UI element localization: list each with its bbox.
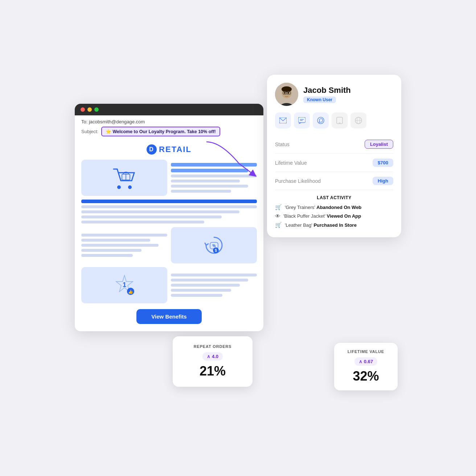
svg-point-17 <box>288 92 289 94</box>
trend-up-icon: ∧ <box>207 354 210 359</box>
text-line <box>81 200 257 203</box>
known-user-badge: Known User <box>303 97 336 103</box>
device-icon <box>336 117 343 124</box>
lifetime-value-percent: 32% <box>342 369 390 384</box>
svg-point-15 <box>282 86 292 92</box>
chat-icon <box>298 117 305 124</box>
lifetime-value-row: Lifetime Value $700 <box>275 154 393 172</box>
text-line <box>171 185 248 188</box>
cycle-svg: % $ <box>201 234 227 257</box>
email-subject-badge: ⭐ Welcome to Our Loyalty Program. Take 1… <box>101 127 220 136</box>
last-activity: LAST ACTIVITY 🛒 'Grey Trainers' Abandone… <box>275 195 393 228</box>
text-line <box>81 234 167 237</box>
profile-stats: Status Loyalist Lifetime Value $700 Purc… <box>275 135 393 190</box>
activity-text-3: 'Leather Bag' Purchased In Store <box>285 222 357 228</box>
avatar-svg <box>275 83 298 106</box>
text-line <box>171 274 257 276</box>
svg-rect-23 <box>298 117 305 123</box>
text-line <box>171 163 257 167</box>
svg-point-1 <box>128 185 132 189</box>
web-channel-button[interactable] <box>350 112 366 128</box>
repeat-orders-trend-value: 4.0 <box>212 354 218 359</box>
email-subject-label: Subject: <box>81 129 98 134</box>
cycle-image-block: % $ <box>171 227 257 263</box>
whatsapp-icon <box>317 117 324 124</box>
svg-point-26 <box>317 117 324 124</box>
email-panel: To: jacobsmith@dengage.com Subject: ⭐ We… <box>75 104 263 331</box>
email-text-block-3 <box>171 267 257 303</box>
text-line <box>171 175 257 177</box>
text-line <box>171 294 222 297</box>
web-icon <box>355 117 362 124</box>
text-line <box>171 289 231 292</box>
cart-image-block <box>81 160 167 196</box>
email-text-block-2 <box>81 227 167 263</box>
text-line <box>81 205 257 208</box>
text-line <box>81 244 159 247</box>
last-activity-title: LAST ACTIVITY <box>275 195 393 200</box>
reward-image-block: 1 👍 <box>81 267 167 303</box>
text-line <box>81 249 141 252</box>
purchase-value-badge: High <box>373 177 393 185</box>
profile-header: Jacob Smith Known User <box>275 83 393 106</box>
text-line <box>81 254 133 257</box>
window-minimize-dot <box>87 107 92 112</box>
lifetime-value-badge-row: ∧ 0.67 <box>342 357 390 366</box>
email-content-row-1 <box>81 160 257 196</box>
text-line <box>171 190 231 193</box>
svg-point-21 <box>286 94 287 95</box>
text-line <box>171 284 240 287</box>
device-channel-button[interactable] <box>332 112 348 128</box>
lifetime-value-badge: $700 <box>373 159 393 167</box>
lifetime-value-trend-badge: ∧ 0.67 <box>354 357 377 366</box>
text-line <box>81 239 150 242</box>
avatar <box>275 83 298 106</box>
text-line <box>171 169 248 172</box>
scene: To: jacobsmith@dengage.com Subject: ⭐ We… <box>75 75 401 401</box>
brand-logo: D RETAIL <box>81 144 257 155</box>
email-body: D RETAIL <box>75 140 263 331</box>
activity-item-2: 👁 'Black Puffer Jacket' Viewed On App <box>275 213 393 219</box>
svg-text:%: % <box>212 243 216 247</box>
lifetime-label: Lifetime Value <box>275 160 307 166</box>
medal-svg: 1 👍 <box>112 272 137 298</box>
chat-channel-button[interactable] <box>294 112 310 128</box>
email-text-middle <box>81 200 257 223</box>
window-maximize-dot <box>94 107 99 112</box>
view-benefits-button[interactable]: View Benefits <box>136 309 202 324</box>
channel-icons <box>275 112 393 128</box>
email-channel-button[interactable] <box>275 112 291 128</box>
email-content-row-2: % $ <box>81 227 257 263</box>
email-to: To: jacobsmith@dengage.com <box>81 119 257 124</box>
text-line <box>171 180 240 182</box>
svg-text:1: 1 <box>122 281 126 288</box>
repeat-orders-title: REPEAT ORDERS <box>183 344 242 349</box>
status-label: Status <box>275 141 290 147</box>
status-badge: Loyalist <box>365 140 393 149</box>
profile-name-block: Jacob Smith Known User <box>303 86 351 103</box>
activity-text-1: 'Grey Trainers' Abandoned On Web <box>285 205 361 210</box>
repeat-orders-badge-row: ∧ 4.0 <box>183 352 242 361</box>
text-line <box>81 216 222 218</box>
status-row: Status Loyalist <box>275 135 393 154</box>
activity-item-3: 🛒 'Leather Bag' Purchased In Store <box>275 222 393 228</box>
lifetime-value-card-title: LIFETIME VALUE <box>342 349 390 354</box>
window-close-dot <box>81 107 85 112</box>
cart-svg <box>112 166 137 190</box>
bag-icon: 🛒 <box>275 222 282 228</box>
activity-item-1: 🛒 'Grey Trainers' Abandoned On Web <box>275 204 393 210</box>
text-line <box>171 279 248 282</box>
profile-panel: Jacob Smith Known User <box>267 75 401 237</box>
activity-text-2: 'Black Puffer Jacket' Viewed On App <box>283 213 361 219</box>
text-line <box>81 221 204 223</box>
email-meta: To: jacobsmith@dengage.com Subject: ⭐ We… <box>75 115 263 136</box>
lifetime-value-trend-value: 0.67 <box>364 359 373 364</box>
repeat-orders-trend-badge: ∧ 4.0 <box>202 352 223 361</box>
svg-text:$: $ <box>215 249 217 253</box>
whatsapp-channel-button[interactable] <box>313 112 329 128</box>
trend-up-icon: ∧ <box>359 359 362 364</box>
eye-icon: 👁 <box>275 213 280 219</box>
cart-icon: 🛒 <box>275 204 282 210</box>
purchase-label: Purchase Likelihood <box>275 178 321 184</box>
svg-point-0 <box>117 185 121 189</box>
